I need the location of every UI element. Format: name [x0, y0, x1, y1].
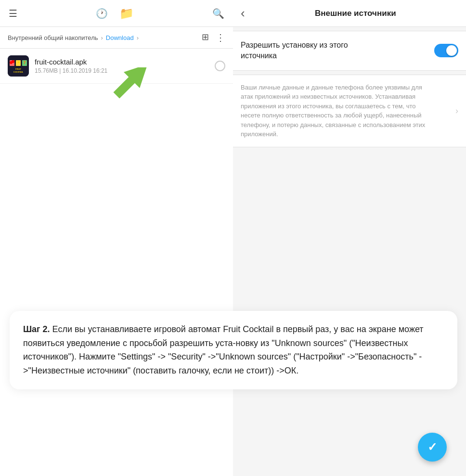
breadcrumb: Внутренний общий накопитель › Download ›… [0, 27, 233, 49]
instruction-text: Шаг 2. Если вы устанавливаете игровой ав… [23, 322, 444, 378]
file-info: fruit-cocktail.apk 15.76MB | 16.10.2019 … [35, 58, 209, 74]
folder-icon[interactable]: 📁 [119, 7, 134, 20]
warning-text: Ваши личные данные и данные телефона бол… [241, 83, 428, 139]
back-button[interactable]: ‹ [241, 6, 245, 21]
settings-header: ‹ Внешние источники [233, 0, 466, 27]
menu-icon[interactable]: ☰ [9, 8, 17, 19]
history-icon[interactable]: 🕐 [96, 8, 108, 19]
toggle-label: Разрешить установку из этого источника [241, 40, 385, 62]
instruction-body: Если вы устанавливаете игровой автомат F… [23, 324, 424, 375]
fab-button[interactable]: ✓ [418, 433, 447, 462]
top-bar: ☰ 🕐 📁 🔍 [0, 0, 233, 27]
breadcrumb-root[interactable]: Внутренний общий накопитель [8, 34, 98, 41]
fab-icon: ✓ [427, 440, 437, 454]
breadcrumb-separator: › [101, 34, 103, 41]
breadcrumb-actions: ⊞ ⋮ [202, 32, 225, 43]
toggle-section: Разрешить установку из этого источника [233, 31, 466, 71]
svg-text:COCKTAIL: COCKTAIL [13, 71, 24, 73]
svg-text:★: ★ [17, 60, 20, 64]
warning-section[interactable]: Ваши личные данные и данные телефона бол… [233, 75, 466, 147]
left-panel: ☰ 🕐 📁 🔍 Внутренний общий накопитель › Do… [0, 0, 233, 476]
file-meta: 15.76MB | 16.10.2019 16:21 [35, 67, 209, 74]
more-options-icon[interactable]: ⋮ [216, 32, 225, 43]
top-bar-center: 🕐 📁 [96, 7, 134, 20]
file-checkbox[interactable] [215, 61, 225, 71]
grid-view-icon[interactable]: ⊞ [202, 32, 209, 43]
settings-title: Внешние источники [253, 9, 458, 18]
breadcrumb-current[interactable]: Download [106, 34, 134, 41]
instruction-box: Шаг 2. Если вы устанавливаете игровой ав… [10, 311, 457, 389]
file-list: ★ 7 FRUIT COCKTAIL fruit-cocktail.apk 15… [0, 49, 233, 476]
file-icon: ★ 7 FRUIT COCKTAIL [8, 55, 29, 77]
svg-point-5 [12, 60, 14, 63]
right-panel: ‹ Внешние источники Разрешить установку … [233, 0, 466, 476]
chevron-right-icon: › [455, 106, 458, 116]
file-name: fruit-cocktail.apk [35, 58, 209, 66]
search-icon[interactable]: 🔍 [212, 8, 224, 19]
svg-text:FRUIT: FRUIT [15, 68, 21, 70]
install-toggle[interactable] [434, 44, 458, 57]
svg-text:7: 7 [23, 60, 26, 65]
file-item[interactable]: ★ 7 FRUIT COCKTAIL fruit-cocktail.apk 15… [0, 49, 233, 84]
step-label: Шаг 2. [23, 324, 50, 334]
breadcrumb-separator2: › [137, 34, 139, 41]
